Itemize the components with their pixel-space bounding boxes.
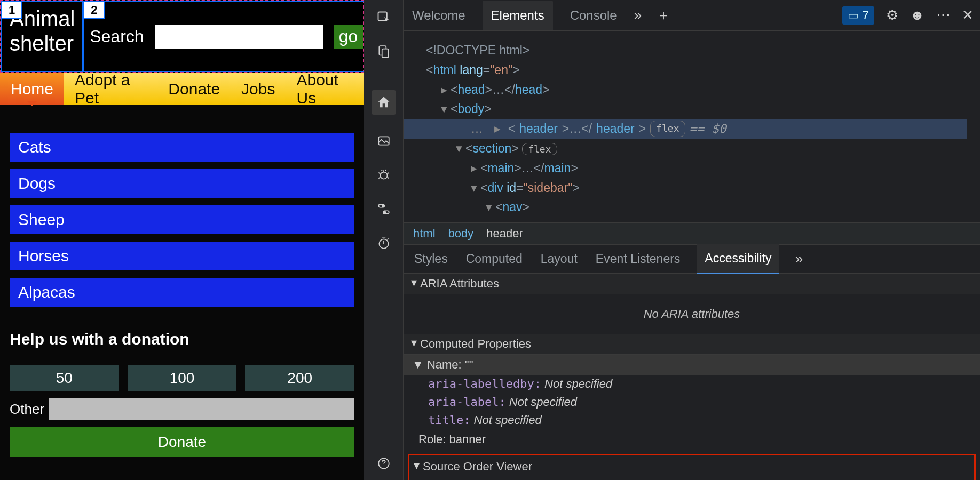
- devtools-panel: Welcome Elements Console » ＋ ▭ 7 ⚙ ☻ ⋯ ✕…: [364, 0, 980, 480]
- header-title-box: 1 Animal shelter: [1, 1, 83, 72]
- breadcrumb-html[interactable]: html: [413, 227, 436, 241]
- tab-elements[interactable]: Elements: [483, 1, 553, 30]
- category-horses[interactable]: Horses: [10, 242, 354, 270]
- images-tool-icon[interactable]: [376, 133, 392, 149]
- svg-point-4: [380, 172, 387, 179]
- tab-layout[interactable]: Layout: [540, 244, 579, 274]
- accessibility-panel: ▾ARIA Attributes No ARIA attributes ▾Com…: [404, 274, 980, 480]
- bug-icon[interactable]: [376, 167, 392, 183]
- add-tab-icon[interactable]: ＋: [657, 6, 670, 25]
- search-input[interactable]: [155, 25, 323, 49]
- devtools-top-tabs: Welcome Elements Console » ＋ ▭ 7 ⚙ ☻ ⋯ ✕: [404, 0, 980, 31]
- sidepanel-tabs: Styles Computed Layout Event Listeners A…: [404, 245, 980, 274]
- chat-icon: ▭: [848, 9, 859, 22]
- rendered-page: 1 Animal shelter 2 Search go Home Adopt …: [0, 0, 364, 480]
- timer-icon[interactable]: [376, 235, 392, 251]
- category-cats[interactable]: Cats: [10, 133, 354, 162]
- help-icon[interactable]: [376, 455, 392, 471]
- toggles-icon[interactable]: [376, 201, 392, 217]
- no-aria-text: No ARIA attributes: [404, 294, 980, 334]
- tab-event-listeners[interactable]: Event Listeners: [595, 244, 682, 274]
- tab-styles[interactable]: Styles: [413, 244, 449, 274]
- aria-attributes-header[interactable]: ▾ARIA Attributes: [404, 274, 980, 294]
- breadcrumb-bar: html body header: [404, 222, 980, 245]
- donation-amount-50[interactable]: 50: [10, 365, 119, 391]
- donation-block: Help us with a donation 50 100 200 Other…: [0, 314, 364, 457]
- header-search-box: 2 Search go: [83, 1, 378, 72]
- feedback-icon[interactable]: ☻: [910, 7, 924, 23]
- svg-point-6: [382, 205, 384, 207]
- search-go-button[interactable]: go: [334, 25, 363, 49]
- svg-rect-2: [382, 49, 388, 58]
- category-list: Cats Dogs Sheep Horses Alpacas: [0, 105, 364, 307]
- source-order-viewer-box: ▾Source Order Viewer Show source order: [408, 454, 976, 480]
- flex-badge-section[interactable]: flex: [522, 143, 557, 155]
- donation-other-row: Other: [10, 398, 354, 420]
- dom-tree[interactable]: <!DOCTYPE html> <html lang="en"> ▸<head>…: [404, 31, 980, 222]
- tab-computed[interactable]: Computed: [465, 244, 524, 274]
- source-order-viewer-header[interactable]: ▾Source Order Viewer: [413, 458, 971, 476]
- flex-badge[interactable]: flex: [650, 121, 685, 137]
- computed-role-row: Role: banner: [404, 429, 980, 451]
- dom-selected-header[interactable]: … ▸<header>…</header> flex == $0: [404, 119, 967, 139]
- nav-item-adopt[interactable]: Adopt a Pet: [64, 73, 157, 105]
- donation-amount-200[interactable]: 200: [245, 365, 354, 391]
- kebab-icon[interactable]: ⋯: [936, 7, 950, 23]
- issues-count: 7: [862, 9, 868, 22]
- donation-amount-100[interactable]: 100: [128, 365, 237, 391]
- category-alpacas[interactable]: Alpacas: [10, 278, 354, 307]
- eq0-indicator: == $0: [690, 119, 726, 139]
- main-nav: Home Adopt a Pet Donate Jobs About Us: [0, 73, 364, 105]
- donation-other-input[interactable]: [49, 398, 354, 420]
- devtools-main: Welcome Elements Console » ＋ ▭ 7 ⚙ ☻ ⋯ ✕…: [404, 0, 980, 480]
- tab-accessibility[interactable]: Accessibility: [697, 244, 779, 274]
- search-label: Search: [90, 27, 144, 46]
- donation-amount-row: 50 100 200: [10, 365, 354, 391]
- nav-item-jobs[interactable]: Jobs: [231, 73, 286, 105]
- breadcrumb-header[interactable]: header: [486, 227, 523, 241]
- elements-tool-icon[interactable]: [372, 90, 396, 115]
- svg-point-8: [383, 211, 385, 213]
- computed-properties-header[interactable]: ▾Computed Properties: [404, 334, 980, 355]
- category-dogs[interactable]: Dogs: [10, 169, 354, 198]
- tab-welcome[interactable]: Welcome: [410, 1, 468, 30]
- settings-icon[interactable]: ⚙: [886, 7, 898, 23]
- nav-item-home[interactable]: Home: [0, 73, 64, 105]
- donation-heading: Help us with a donation: [10, 330, 354, 348]
- category-sheep[interactable]: Sheep: [10, 205, 354, 234]
- show-source-order-checkbox[interactable]: Show source order: [413, 476, 971, 480]
- more-panel-tabs-icon[interactable]: »: [795, 251, 803, 267]
- tab-console[interactable]: Console: [568, 1, 619, 30]
- donate-button[interactable]: Donate: [10, 427, 354, 457]
- more-tabs-icon[interactable]: »: [634, 7, 642, 23]
- breadcrumb-body[interactable]: body: [448, 227, 474, 241]
- page-header-flex-outline: 1 Animal shelter 2 Search go: [0, 0, 364, 73]
- nav-item-donate[interactable]: Donate: [157, 73, 231, 105]
- dom-doctype: <!DOCTYPE html>: [426, 43, 529, 57]
- inspect-icon[interactable]: [376, 10, 392, 26]
- donation-other-label: Other: [10, 401, 44, 418]
- issues-badge[interactable]: ▭ 7: [842, 6, 874, 25]
- close-devtools-icon[interactable]: ✕: [962, 7, 974, 23]
- source-order-badge-1: 1: [1, 1, 22, 19]
- source-order-badge-2: 2: [83, 1, 105, 19]
- nav-item-about[interactable]: About Us: [286, 73, 364, 105]
- devtools-activity-bar: [364, 0, 404, 480]
- computed-name-row[interactable]: ▼ Name: "": [404, 355, 980, 375]
- device-icon[interactable]: [376, 44, 392, 60]
